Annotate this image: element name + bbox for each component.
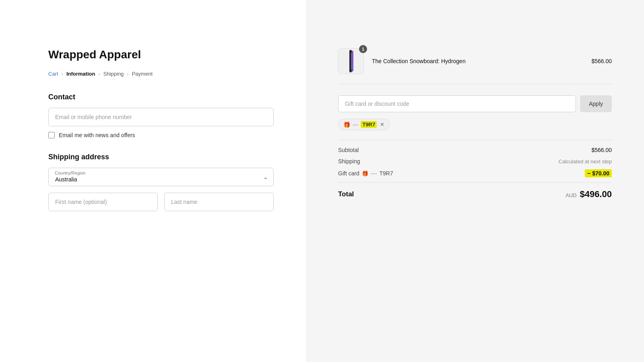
breadcrumb-sep-2: › <box>98 71 100 77</box>
product-image <box>338 48 364 74</box>
gift-icon: 🎁 <box>343 121 350 128</box>
breadcrumb-information: Information <box>66 71 95 77</box>
subtotal-row: Subtotal $566.00 <box>338 147 612 153</box>
email-field[interactable] <box>48 108 274 126</box>
apply-button[interactable]: Apply <box>580 95 612 112</box>
breadcrumb: Cart › Information › Shipping › Payment <box>48 71 274 77</box>
first-name-field[interactable] <box>48 193 158 211</box>
store-title: Wrapped Apparel <box>48 48 274 61</box>
country-region-select[interactable]: Australia <box>48 168 274 186</box>
product-name: The Collection Snowboard: Hydrogen <box>372 58 583 64</box>
breadcrumb-shipping: Shipping <box>103 71 124 77</box>
shipping-row: Shipping Calculated at next step <box>338 158 612 165</box>
total-value-wrap: AUD $496.00 <box>566 189 612 200</box>
gift-card-row: Gift card 🎁 ···· T9R7 − $70.00 <box>338 169 612 177</box>
snowboard-image <box>342 50 360 72</box>
shipping-label: Shipping <box>338 158 360 165</box>
gift-card-dots: ···· <box>353 121 358 128</box>
email-opt-in-label: Email me with news and offers <box>59 132 135 138</box>
order-summary: Subtotal $566.00 Shipping Calculated at … <box>338 140 612 177</box>
svg-point-2 <box>349 50 352 53</box>
product-badge: 1 <box>359 45 367 53</box>
total-row: Total AUD $496.00 <box>338 182 612 200</box>
product-image-wrap: 1 <box>338 48 364 74</box>
shipping-section-title: Shipping address <box>48 153 274 161</box>
discount-code-input[interactable] <box>338 95 576 112</box>
product-price: $566.00 <box>591 58 612 64</box>
gift-card-summary-code: T9R7 <box>379 170 393 177</box>
email-opt-in-checkbox[interactable] <box>48 132 55 138</box>
gift-card-summary-dots: ···· <box>371 170 377 177</box>
gift-card-discount-value: − $70.00 <box>585 169 612 177</box>
gift-card-code: T9R7 <box>361 121 377 128</box>
total-currency: AUD <box>566 192 576 198</box>
svg-point-3 <box>349 69 352 72</box>
breadcrumb-payment: Payment <box>132 71 153 77</box>
country-region-wrapper: Country/Region Australia ⌄ <box>48 168 274 186</box>
subtotal-label: Subtotal <box>338 147 359 153</box>
contact-section-title: Contact <box>48 93 274 101</box>
gift-card-inline-icon: 🎁 <box>362 171 368 177</box>
gift-card-tag: 🎁 ···· T9R7 ✕ <box>338 119 390 130</box>
discount-row: Apply <box>338 95 612 112</box>
total-amount: $496.00 <box>580 189 612 200</box>
breadcrumb-cart[interactable]: Cart <box>48 71 58 77</box>
shipping-value: Calculated at next step <box>559 158 612 165</box>
svg-rect-1 <box>351 51 353 72</box>
breadcrumb-sep-3: › <box>127 71 128 77</box>
gift-card-summary-label: Gift card 🎁 ···· T9R7 <box>338 170 393 177</box>
subtotal-value: $566.00 <box>591 147 612 153</box>
remove-gift-card-button[interactable]: ✕ <box>380 121 384 128</box>
product-row: 1 The Collection Snowboard: Hydrogen $56… <box>338 48 612 84</box>
breadcrumb-sep-1: › <box>62 71 63 77</box>
total-label: Total <box>338 190 354 198</box>
last-name-field[interactable] <box>164 193 274 211</box>
